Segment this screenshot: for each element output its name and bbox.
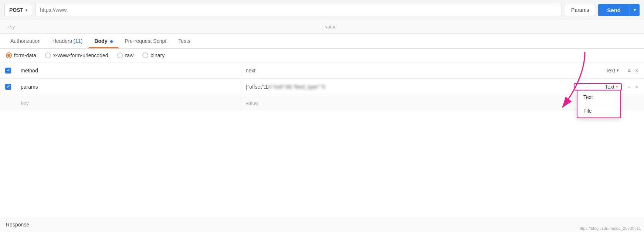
send-arrow-button[interactable]: ▾ <box>630 4 640 16</box>
url-bar: POST ▾ Params Send ▾ <box>0 0 644 20</box>
headers-badge: (11) <box>74 38 83 44</box>
radio-urlencoded[interactable]: x-www-form-urlencoded <box>45 52 108 58</box>
app-container: POST ▾ Params Send ▾ key value Authoriza… <box>0 0 644 232</box>
method-type-cell[interactable]: Text ▾ <box>574 68 622 74</box>
radio-form-data[interactable]: form-data <box>6 52 36 58</box>
params-key: params <box>21 84 38 90</box>
kv-header-row: key value <box>0 20 644 34</box>
radio-binary-circle <box>142 52 148 58</box>
send-button[interactable]: Send <box>598 4 630 16</box>
dropdown-item-file[interactable]: File <box>577 104 620 117</box>
new-row-key[interactable]: key <box>16 96 241 110</box>
params-type-chevron: ▾ <box>616 84 618 89</box>
radio-form-data-circle <box>6 52 12 58</box>
kv-key-label: key <box>4 23 322 31</box>
params-checkbox-cell[interactable] <box>0 84 16 90</box>
params-type-label: Text <box>605 84 614 90</box>
tab-headers[interactable]: Headers (11) <box>47 34 89 48</box>
watermark: https://blog.csdn.net/qq_25730711 <box>579 226 641 231</box>
method-actions-cell: ≡ × <box>622 67 644 74</box>
new-row-value[interactable]: value <box>241 96 574 110</box>
tabs-bar: Authorization Headers (11) Body Pre-requ… <box>0 34 644 49</box>
method-label: POST <box>9 7 23 13</box>
method-key: method <box>21 68 38 74</box>
table-row: params {"offset":19,"toid":68,"feed_type… <box>0 79 644 95</box>
params-menu-button[interactable]: ≡ <box>627 83 631 91</box>
params-value-blurred: 9,"to <box>268 84 278 90</box>
response-bar: Response <box>0 217 644 232</box>
kv-value-label: value <box>322 23 640 31</box>
radio-urlencoded-label: x-www-form-urlencoded <box>53 52 108 58</box>
dropdown-item-text[interactable]: Text <box>577 91 620 104</box>
url-input[interactable] <box>35 4 562 16</box>
radio-binary-label: binary <box>150 52 165 58</box>
table-row: method next Text ▾ ≡ × <box>0 62 644 79</box>
method-value: next <box>246 68 255 74</box>
radio-binary[interactable]: binary <box>142 52 165 58</box>
method-delete-button[interactable]: × <box>634 67 639 74</box>
method-chevron: ▾ <box>26 8 27 12</box>
method-selector[interactable]: POST ▾ <box>4 4 32 16</box>
type-dropdown: Text File <box>577 90 621 118</box>
params-delete-button[interactable]: × <box>634 83 639 91</box>
body-dot <box>110 40 113 43</box>
method-key-cell[interactable]: method <box>16 64 241 77</box>
send-btn-group: Send ▾ <box>598 4 640 16</box>
params-actions-cell: ≡ × <box>622 83 644 91</box>
method-checkbox[interactable] <box>5 68 11 74</box>
radio-urlencoded-circle <box>45 52 51 58</box>
method-value-cell[interactable]: next <box>241 64 574 77</box>
tab-prerequest[interactable]: Pre-request Script <box>119 34 172 48</box>
params-type-cell[interactable]: Text ▾ Text File <box>574 83 622 91</box>
radio-raw[interactable]: raw <box>117 52 134 58</box>
radio-form-data-label: form-data <box>14 52 36 58</box>
radio-raw-circle <box>117 52 123 58</box>
params-checkbox[interactable] <box>5 84 11 90</box>
tab-body[interactable]: Body <box>88 34 119 48</box>
new-row: key value <box>0 95 644 111</box>
response-label: Response <box>6 222 29 228</box>
tab-authorization[interactable]: Authorization <box>4 34 47 48</box>
method-type-chevron: ▾ <box>617 68 619 73</box>
method-type-label: Text <box>606 68 615 74</box>
params-button[interactable]: Params <box>565 4 595 16</box>
tab-tests[interactable]: Tests <box>172 34 196 48</box>
params-value-suffix: id":68,"feed_type":"ti <box>278 84 325 90</box>
form-table: method next Text ▾ ≡ × params {"off <box>0 62 644 217</box>
method-menu-button[interactable]: ≡ <box>627 67 631 74</box>
method-checkbox-cell[interactable] <box>0 68 16 74</box>
params-value-prefix: {"offset":1 <box>246 84 268 90</box>
body-options: form-data x-www-form-urlencoded raw bina… <box>0 49 644 62</box>
params-value-cell[interactable]: {"offset":19,"toid":68,"feed_type":"ti <box>241 80 574 93</box>
params-key-cell[interactable]: params <box>16 80 241 93</box>
radio-raw-label: raw <box>125 52 134 58</box>
